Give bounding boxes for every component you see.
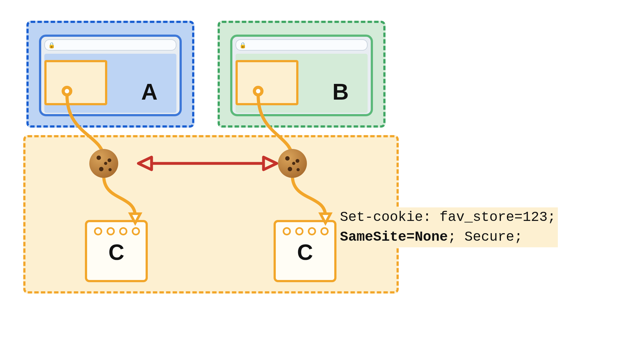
svg-point-10 [99,167,103,171]
svg-point-12 [104,162,107,165]
share-arrow [138,157,277,170]
cookie-icon-right [278,149,307,178]
svg-point-11 [108,168,112,171]
svg-marker-6 [264,157,277,170]
cookie-header-line2: SameSite=None; Secure; [338,227,558,247]
svg-point-17 [297,168,300,171]
svg-marker-5 [138,157,152,170]
svg-point-14 [285,156,290,161]
svg-point-16 [288,167,292,171]
cookie-header-samesite: SameSite=None [340,229,448,245]
svg-point-8 [97,156,101,160]
svg-point-15 [296,159,299,163]
cookie-header-line1: Set-cookie: fav_store=123; [338,207,558,227]
cookie-icon-left [89,149,118,178]
svg-point-18 [292,162,295,165]
cookie-header-block: Set-cookie: fav_store=123; SameSite=None… [338,207,558,247]
cookie-header-rest: ; Secure; [448,229,523,245]
svg-marker-1 [130,214,140,223]
flow-svg [0,0,644,362]
svg-point-9 [108,158,111,162]
svg-point-7 [89,149,118,178]
svg-marker-3 [320,214,330,223]
